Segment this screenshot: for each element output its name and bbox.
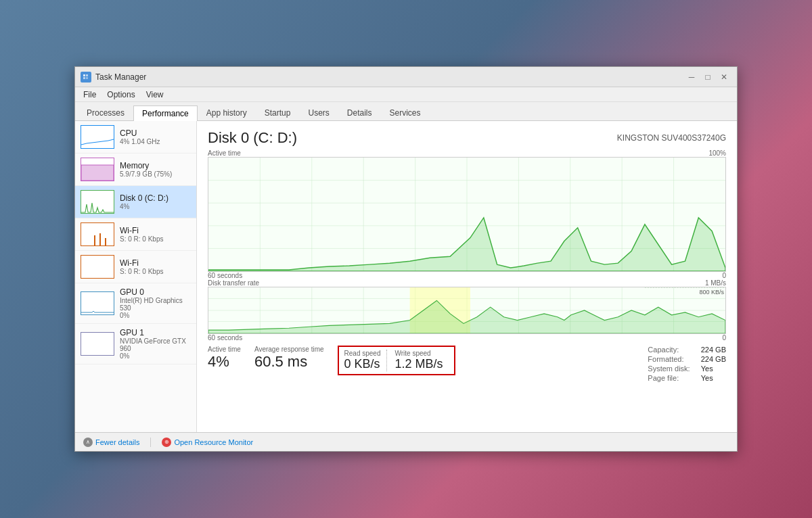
chart-bottom-max: 1 MB/s [705, 279, 726, 287]
wifi2-sub: S: 0 R: 0 Kbps [120, 268, 191, 275]
active-time-chart [208, 157, 726, 272]
read-speed-box: Read speed 0 KB/s [344, 350, 387, 371]
maximize-button[interactable]: □ [700, 71, 715, 83]
svg-rect-2 [83, 77, 85, 79]
sidebar-item-gpu1[interactable]: GPU 1 NVIDIA GeForce GTX 960 0% [75, 324, 196, 364]
avg-response-label: Average response time [254, 346, 324, 353]
main-content: CPU 4% 1.04 GHz Memory 5.9/7.9 GB (75%) [75, 121, 737, 432]
formatted-value: 224 GB [701, 355, 726, 363]
fewer-details-link[interactable]: ∧ Fewer details [83, 438, 139, 447]
menu-file[interactable]: File [78, 89, 102, 101]
task-manager-window: Task Manager ─ □ ✕ File Options View Pro… [74, 66, 738, 452]
cpu-sub: 4% 1.04 GHz [120, 138, 191, 145]
tab-app-history[interactable]: App history [198, 105, 256, 120]
tab-processes[interactable]: Processes [78, 105, 133, 120]
wifi1-label: Wi-Fi [120, 226, 191, 235]
read-speed-value: 0 KB/s [344, 357, 381, 371]
chart-bottom-time: 60 seconds [208, 334, 242, 342]
detail-header: Disk 0 (C: D:) KINGSTON SUV400S37240G [208, 129, 726, 147]
active-time-stat: Active time 4% [208, 346, 241, 371]
app-icon [81, 72, 91, 83]
formatted-label: Formatted: [648, 355, 690, 363]
chart-top-footer: 60 seconds 0 [208, 272, 726, 279]
sidebar-item-wifi1[interactable]: Wi-Fi S: 0 R: 0 Kbps [75, 218, 196, 251]
avg-response-stat: Average response time 60.5 ms [254, 346, 324, 371]
monitor-icon: ⊕ [162, 438, 171, 447]
menu-bar: File Options View [75, 87, 737, 102]
menu-options[interactable]: Options [102, 89, 140, 101]
tab-details[interactable]: Details [338, 105, 381, 120]
chart-top-labels: Active time 100% [208, 149, 726, 157]
sidebar-item-memory[interactable]: Memory 5.9/7.9 GB (75%) [75, 154, 196, 186]
write-speed-value: 1.2 MB/s [395, 357, 443, 371]
wifi2-label: Wi-Fi [120, 258, 191, 268]
tab-bar: Processes Performance App history Startu… [75, 102, 737, 121]
chart-top-time: 60 seconds [208, 272, 242, 279]
memory-sub: 5.9/7.9 GB (75%) [120, 170, 191, 178]
svg-rect-13 [81, 292, 114, 314]
window-controls: ─ □ ✕ [684, 71, 731, 83]
sidebar-item-disk0[interactable]: Disk 0 (C: D:) 4% [75, 186, 196, 218]
chart-top-min: 0 [722, 272, 726, 279]
avg-response-value: 60.5 ms [254, 353, 324, 371]
svg-rect-14 [81, 333, 114, 355]
chart-top-label: Active time [208, 149, 241, 157]
chart-bottom-footer: 60 seconds 0 [208, 334, 726, 342]
close-button[interactable]: ✕ [717, 71, 731, 83]
system-disk-value: Yes [701, 364, 726, 373]
gpu1-label: GPU 1 [120, 328, 191, 337]
gpu1-thumbnail [81, 332, 114, 356]
stats-row: Active time 4% Average response time 60.… [208, 346, 726, 382]
chart-bottom-min: 0 [722, 334, 726, 342]
chart-800kbps-label: 800 KB/s [699, 289, 724, 296]
page-file-label: Page file: [648, 374, 690, 382]
transfer-rate-chart: 800 KB/s [208, 287, 726, 334]
gpu0-label: GPU 0 [120, 287, 191, 297]
minimize-button[interactable]: ─ [684, 71, 699, 83]
read-speed-label: Read speed [344, 350, 381, 357]
tab-performance[interactable]: Performance [133, 105, 198, 121]
svg-rect-8 [81, 223, 114, 245]
title-bar-left: Task Manager [81, 72, 146, 83]
sidebar: CPU 4% 1.04 GHz Memory 5.9/7.9 GB (75%) [75, 121, 197, 432]
footer-bar: ∧ Fewer details ⊕ Open Resource Monitor [75, 432, 737, 451]
wifi2-thumbnail [81, 255, 114, 279]
cpu-label: CPU [120, 128, 191, 138]
capacity-value: 224 GB [701, 346, 726, 354]
disk0-label: Disk 0 (C: D:) [120, 193, 191, 203]
gpu0-sub: Intel(R) HD Graphics 530 0% [120, 297, 191, 319]
sidebar-item-cpu[interactable]: CPU 4% 1.04 GHz [75, 121, 196, 154]
speed-boxes: Read speed 0 KB/s Write speed 1.2 MB/s [338, 346, 455, 375]
capacity-label: Capacity: [648, 346, 690, 354]
system-disk-label: System disk: [648, 364, 690, 373]
svg-rect-0 [83, 74, 85, 76]
cpu-thumbnail [81, 125, 114, 149]
page-file-value: Yes [701, 374, 726, 382]
title-bar: Task Manager ─ □ ✕ [75, 67, 737, 87]
write-speed-label: Write speed [395, 350, 443, 357]
tab-services[interactable]: Services [381, 105, 430, 120]
sidebar-item-wifi2[interactable]: Wi-Fi S: 0 R: 0 Kbps [75, 251, 196, 283]
svg-marker-6 [81, 165, 114, 181]
footer-separator [150, 438, 151, 447]
sidebar-item-gpu0[interactable]: GPU 0 Intel(R) HD Graphics 530 0% [75, 283, 196, 324]
wifi1-thumbnail [81, 222, 114, 246]
open-monitor-link[interactable]: ⊕ Open Resource Monitor [162, 438, 253, 447]
disk-model: KINGSTON SUV400S37240G [617, 133, 726, 143]
active-time-value: 4% [208, 353, 241, 371]
svg-rect-4 [81, 126, 114, 148]
wifi1-sub: S: 0 R: 0 Kbps [120, 235, 191, 243]
window-title: Task Manager [95, 72, 146, 82]
chart-bottom-label: Disk transfer rate [208, 279, 259, 287]
chart-top-max: 100% [708, 149, 726, 157]
right-stats: Capacity: 224 GB Formatted: 224 GB Syste… [648, 346, 726, 382]
tab-users[interactable]: Users [299, 105, 338, 120]
disk0-sub: 4% [120, 203, 191, 210]
svg-rect-12 [81, 256, 114, 278]
tab-startup[interactable]: Startup [256, 105, 300, 120]
write-speed-box: Write speed 1.2 MB/s [395, 350, 449, 371]
gpu1-sub: NVIDIA GeForce GTX 960 0% [120, 337, 191, 360]
menu-view[interactable]: View [141, 89, 169, 101]
gpu0-thumbnail [81, 291, 114, 315]
open-monitor-label: Open Resource Monitor [174, 438, 253, 446]
